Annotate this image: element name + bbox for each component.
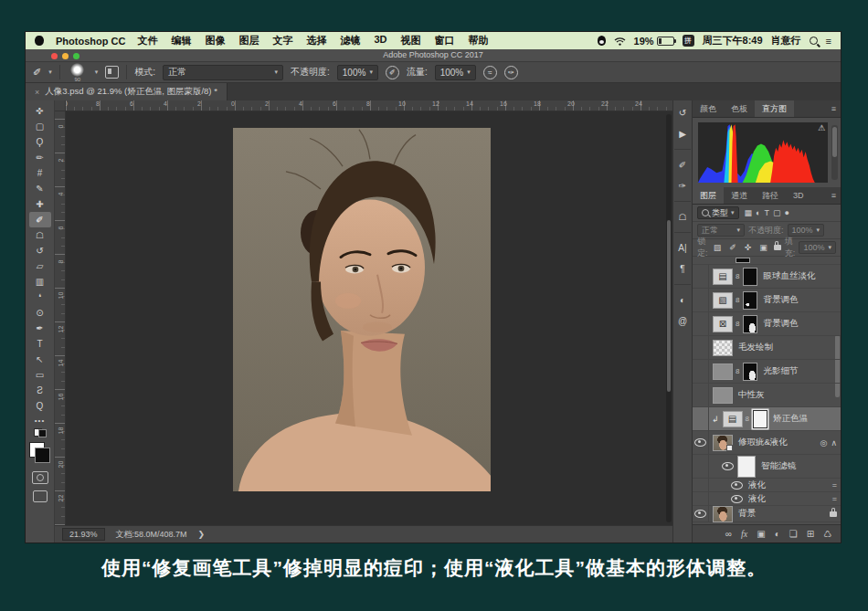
- layer-mask-thumbnail[interactable]: [753, 410, 767, 428]
- layer-blend-mode-select[interactable]: 正常 ▾: [697, 224, 745, 237]
- visibility-toggle[interactable]: [693, 384, 709, 406]
- filter-pixel-layers-icon[interactable]: ▦: [745, 208, 753, 217]
- dodge-tool[interactable]: ⊙: [29, 305, 51, 321]
- lock-pixels-icon[interactable]: ✐: [729, 243, 736, 252]
- layer-row[interactable]: ↲▤8矫正色温: [693, 407, 841, 431]
- visibility-toggle[interactable]: [693, 455, 709, 478]
- layer-row[interactable]: 修瑕疵&液化◎∧: [693, 431, 841, 455]
- swap-colors-widget[interactable]: [34, 428, 47, 437]
- layer-row[interactable]: 中性灰: [693, 384, 841, 407]
- layer-row[interactable]: 8光影细节: [693, 360, 841, 384]
- character-panel-icon[interactable]: A|: [675, 242, 690, 254]
- tab-直方图[interactable]: 直方图: [755, 100, 794, 117]
- menu-item[interactable]: 滤镜: [340, 34, 360, 47]
- document-tab[interactable]: × 人像3.psd @ 21.9% (矫正色温, 图层蒙版/8) *: [26, 83, 228, 100]
- visibility-toggle[interactable]: [693, 492, 709, 505]
- histogram-warning-icon[interactable]: ⚠: [818, 123, 825, 132]
- clone-source-panel-icon[interactable]: ☖: [675, 211, 690, 223]
- tab-色板[interactable]: 色板: [724, 100, 755, 117]
- brush-tool[interactable]: ✐: [29, 212, 51, 227]
- layer-row[interactable]: 液化=: [693, 492, 841, 506]
- panel-scrollbar[interactable]: [831, 125, 838, 180]
- gradient-tool[interactable]: ▥: [29, 274, 51, 290]
- visibility-toggle[interactable]: [693, 407, 709, 430]
- current-tool-icon[interactable]: ✐: [33, 67, 41, 79]
- add-layer-mask-icon[interactable]: ▣: [757, 529, 765, 539]
- layer-mask-thumbnail[interactable]: [737, 456, 756, 478]
- collapse-caret-icon[interactable]: ∧: [831, 438, 837, 448]
- layer-thumbnail[interactable]: [713, 435, 733, 451]
- layer-thumbnail[interactable]: ▤: [713, 269, 733, 285]
- brush-preset-picker[interactable]: 90: [68, 63, 88, 81]
- tab-3D[interactable]: 3D: [786, 187, 811, 204]
- actions-panel-icon[interactable]: ▶: [675, 128, 690, 140]
- paragraph-panel-icon[interactable]: ¶: [675, 263, 690, 275]
- tab-颜色[interactable]: 颜色: [693, 100, 724, 117]
- filter-smart-objects-icon[interactable]: ●: [784, 208, 789, 217]
- new-adjustment-layer-icon[interactable]: ◐: [775, 529, 780, 539]
- menu-item[interactable]: 图层: [238, 34, 259, 47]
- path-selection-tool[interactable]: ↖: [29, 352, 51, 367]
- zoom-level-field[interactable]: 21.93%: [62, 528, 105, 541]
- input-method-icon[interactable]: 拼: [683, 35, 694, 47]
- move-tool[interactable]: ✜: [29, 103, 51, 119]
- visibility-toggle[interactable]: [693, 336, 709, 359]
- layer-thumbnail[interactable]: ▤: [723, 411, 743, 427]
- layer-thumbnail[interactable]: ⊠: [713, 316, 733, 332]
- lock-transparency-icon[interactable]: ▨: [714, 243, 722, 252]
- healing-brush-tool[interactable]: ✚: [29, 196, 51, 212]
- more-tools-icon[interactable]: •••: [35, 416, 45, 425]
- tool-preset-caret-icon[interactable]: ▾: [48, 68, 52, 76]
- scrollbar-thumb[interactable]: [832, 127, 837, 157]
- scrollbar-thumb[interactable]: [667, 220, 671, 392]
- layer-effects-icon[interactable]: fx: [741, 529, 747, 539]
- brush-picker-caret-icon[interactable]: ▾: [95, 68, 99, 76]
- notification-center-icon[interactable]: ≡: [826, 36, 831, 47]
- tab-通道[interactable]: 通道: [724, 187, 755, 204]
- vertical-ruler[interactable]: 0246810121416182022: [55, 111, 66, 525]
- battery-indicator[interactable]: 19%: [634, 36, 674, 47]
- visibility-toggle[interactable]: [693, 431, 709, 454]
- layer-row[interactable]: 毛发绘制: [693, 336, 841, 360]
- layer-mask-thumbnail[interactable]: [743, 268, 757, 286]
- type-tool[interactable]: T: [29, 336, 51, 352]
- history-panel-icon[interactable]: ↺: [675, 107, 690, 119]
- visibility-toggle[interactable]: [693, 479, 709, 491]
- horizontal-ruler[interactable]: 108642024681012141618202224: [66, 100, 672, 111]
- pressure-opacity-icon[interactable]: ✐: [386, 66, 399, 79]
- app-menu[interactable]: Photoshop CC: [56, 36, 125, 47]
- eye-icon[interactable]: [731, 481, 743, 490]
- layer-row[interactable]: 液化=: [693, 479, 841, 492]
- visibility-toggle[interactable]: [693, 289, 709, 311]
- new-layer-icon[interactable]: ⊞: [807, 529, 814, 539]
- layer-thumbnail[interactable]: [713, 363, 733, 380]
- layer-row[interactable]: 智能滤镜: [693, 455, 841, 479]
- screen-mode-icon[interactable]: [33, 490, 48, 502]
- panel-menu-icon[interactable]: ≡: [831, 191, 836, 200]
- layer-row[interactable]: ▤8眼球血丝淡化: [693, 265, 841, 289]
- visibility-toggle[interactable]: [693, 506, 709, 521]
- layer-row[interactable]: [693, 257, 841, 265]
- link-layers-icon[interactable]: ∞: [725, 529, 732, 539]
- new-group-icon[interactable]: ❏: [789, 529, 798, 539]
- spotlight-icon[interactable]: [810, 37, 818, 45]
- apple-menu-icon[interactable]: [35, 36, 44, 46]
- layer-thumbnail[interactable]: [713, 340, 733, 356]
- marquee-tool[interactable]: ▢: [29, 119, 51, 134]
- menu-item[interactable]: 文字: [272, 34, 292, 47]
- layer-opacity-select[interactable]: 100% ▾: [788, 224, 825, 237]
- tab-路径[interactable]: 路径: [755, 187, 786, 204]
- visibility-toggle[interactable]: [693, 265, 709, 288]
- menu-item[interactable]: 选择: [306, 34, 326, 47]
- document-canvas[interactable]: [66, 111, 672, 525]
- crop-tool[interactable]: #: [29, 165, 51, 181]
- layer-row[interactable]: 背景: [693, 506, 841, 522]
- eye-icon[interactable]: [731, 495, 743, 503]
- menu-item[interactable]: 图像: [205, 34, 225, 47]
- brush-settings-panel-icon[interactable]: ✐: [675, 159, 690, 171]
- panel-menu-icon[interactable]: ≡: [831, 104, 836, 113]
- menu-item[interactable]: 视图: [400, 34, 420, 47]
- tab-图层[interactable]: 图层: [693, 187, 724, 204]
- shape-tool[interactable]: ▭: [29, 367, 51, 383]
- brush-panel-toggle-icon[interactable]: [105, 66, 119, 79]
